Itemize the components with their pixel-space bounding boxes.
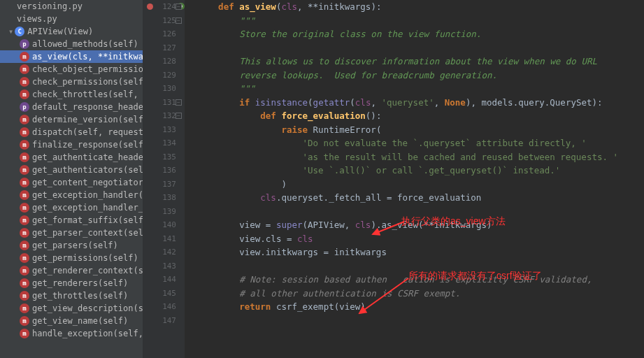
- code-line[interactable]: # Note: session based authen cation is e…: [197, 273, 644, 287]
- fold-icon[interactable]: −: [176, 113, 182, 119]
- code-line[interactable]: 'Use `.all()` or call `.get_queryset()` …: [197, 164, 644, 178]
- method-icon: m: [20, 64, 29, 74]
- code-line[interactable]: """: [197, 82, 644, 96]
- code-line[interactable]: view.initkwargs = initkwargs: [197, 245, 644, 259]
- code-line[interactable]: if isinstance(getattr(cls, 'queryset', N…: [197, 96, 644, 110]
- structure-member[interactable]: mget_content_negotiator(se: [0, 176, 143, 189]
- line-number[interactable]: 144: [143, 273, 176, 287]
- code-line[interactable]: 'as the result will be cached and reused…: [197, 150, 644, 164]
- line-number[interactable]: 143: [143, 259, 176, 273]
- structure-member[interactable]: mdetermine_version(self, re: [0, 113, 143, 126]
- line-number[interactable]: 139: [143, 205, 176, 219]
- structure-member[interactable]: mfinalize_response(self, re: [0, 138, 143, 151]
- line-number[interactable]: 146: [143, 300, 176, 314]
- member-label: check_permissions(self, re: [32, 77, 143, 87]
- line-number[interactable]: 129: [143, 69, 176, 83]
- code-line[interactable]: [197, 41, 644, 55]
- line-number[interactable]: 136: [143, 164, 176, 178]
- line-number[interactable]: 135: [143, 150, 176, 164]
- structure-member[interactable]: mget_authenticate_header(s: [0, 151, 143, 164]
- line-number[interactable]: 140: [143, 218, 176, 232]
- fold-icon[interactable]: −: [176, 99, 182, 106]
- line-number[interactable]: 127: [143, 41, 176, 55]
- code-line[interactable]: ): [197, 178, 644, 192]
- structure-member[interactable]: mget_authenticators(self): [0, 164, 143, 176]
- code-line[interactable]: [197, 259, 644, 273]
- structure-member[interactable]: mcheck_object_permissions: [0, 63, 143, 76]
- code-editor[interactable]: 124o−125−126127128129130131−132−13313413…: [143, 0, 644, 358]
- file-item[interactable]: views.py: [0, 13, 143, 25]
- structure-member[interactable]: mget_exception_handler(sel: [0, 189, 143, 201]
- method-icon: m: [20, 278, 29, 288]
- structure-member[interactable]: mget_parser_context(self, h: [0, 227, 143, 239]
- structure-member[interactable]: mget_permissions(self): [0, 252, 143, 264]
- line-number[interactable]: 125−: [143, 14, 176, 28]
- code-line[interactable]: cls.queryset._fetch_all = force_evaluati…: [197, 191, 644, 205]
- structure-member[interactable]: mhandle_exception(self, exc: [0, 327, 143, 340]
- line-number[interactable]: 133: [143, 123, 176, 137]
- method-icon: m: [20, 52, 29, 62]
- member-label: get_parser_context(self, h: [32, 228, 143, 238]
- structure-member[interactable]: mcheck_throttles(self, requ: [0, 88, 143, 101]
- breakpoint-icon[interactable]: [147, 3, 153, 10]
- structure-member[interactable]: pdefault_response_headers: [0, 101, 143, 113]
- code-line[interactable]: return csrf_exempt(view): [197, 300, 644, 314]
- line-number[interactable]: 141: [143, 232, 176, 246]
- code-line[interactable]: raise RuntimeError(: [197, 123, 644, 137]
- structure-member[interactable]: mget_parsers(self): [0, 239, 143, 252]
- structure-member[interactable]: mget_renderer_context(self: [0, 264, 143, 277]
- line-number[interactable]: 138: [143, 191, 176, 205]
- code-line[interactable]: def as_view(cls, **initkwargs):: [197, 0, 644, 14]
- line-number[interactable]: 128: [143, 55, 176, 69]
- method-icon: m: [20, 140, 29, 150]
- line-number[interactable]: 147: [143, 314, 176, 328]
- structure-member[interactable]: mget_exception_handler_co: [0, 201, 143, 214]
- method-icon: m: [20, 253, 29, 263]
- member-label: get_authenticators(self): [32, 165, 143, 175]
- code-line[interactable]: Store the original class on the view fun…: [197, 27, 644, 41]
- file-item[interactable]: versioning.py: [0, 0, 143, 13]
- line-number[interactable]: 124o−: [143, 0, 176, 14]
- line-number[interactable]: 130: [143, 82, 176, 96]
- line-number[interactable]: 132−: [143, 109, 176, 123]
- method-icon: m: [20, 215, 29, 225]
- structure-member[interactable]: mcheck_permissions(self, re: [0, 76, 143, 88]
- structure-member[interactable]: pallowed_methods(self): [0, 38, 143, 50]
- line-number[interactable]: 137: [143, 178, 176, 192]
- member-label: determine_version(self, re: [32, 115, 143, 124]
- code-line[interactable]: view = super(APIView, cls).as_view(**ini…: [197, 218, 644, 232]
- code-line[interactable]: reverse lookups. Used for breadcrumb gen…: [197, 69, 644, 83]
- structure-member[interactable]: mget_view_description(self,: [0, 302, 143, 315]
- member-label: handle_exception(self, exc: [32, 329, 143, 338]
- structure-member[interactable]: mget_format_suffix(self, **k: [0, 214, 143, 227]
- structure-member[interactable]: mget_view_name(self): [0, 315, 143, 327]
- code-line[interactable]: This allows us to discover information a…: [197, 55, 644, 69]
- fold-icon[interactable]: −: [176, 17, 182, 24]
- structure-member[interactable]: mdispatch(self, request, *ar: [0, 126, 143, 138]
- member-label: get_parsers(self): [32, 241, 118, 250]
- fold-icon[interactable]: −: [176, 3, 182, 10]
- structure-sidebar: versioning.pyviews.py ▾ C APIView(View) …: [0, 0, 143, 358]
- code-line[interactable]: def force_evaluation():: [197, 109, 644, 123]
- structure-member[interactable]: mget_throttles(self): [0, 289, 143, 302]
- code-line[interactable]: 'Do not evaluate the `.queryset` attribu…: [197, 136, 644, 150]
- code-line[interactable]: [197, 205, 644, 219]
- line-number[interactable]: 131−: [143, 96, 176, 110]
- member-label: check_throttles(self, requ: [32, 90, 143, 99]
- member-label: check_object_permissions: [32, 64, 143, 74]
- line-number[interactable]: 142: [143, 245, 176, 259]
- method-icon: m: [20, 291, 29, 301]
- line-number[interactable]: 134: [143, 136, 176, 150]
- line-number[interactable]: 145: [143, 287, 176, 301]
- class-node[interactable]: ▾ C APIView(View): [0, 25, 143, 38]
- line-number[interactable]: 126: [143, 27, 176, 41]
- code-line[interactable]: # all other authentication is CSRF exemp…: [197, 287, 644, 301]
- gutter[interactable]: 124o−125−126127128129130131−132−13313413…: [143, 0, 185, 358]
- code-line[interactable]: [197, 314, 644, 328]
- member-label: get_throttles(self): [32, 291, 128, 301]
- code-line[interactable]: view.cls = cls: [197, 232, 644, 246]
- code-line[interactable]: """: [197, 14, 644, 28]
- structure-member[interactable]: mas_view(cls, **initkwargs): [0, 50, 143, 63]
- code-area[interactable]: 执行父类的as_view方法 所有的请求都没有了csrf验证了 def as_v…: [185, 0, 644, 358]
- structure-member[interactable]: mget_renderers(self): [0, 277, 143, 289]
